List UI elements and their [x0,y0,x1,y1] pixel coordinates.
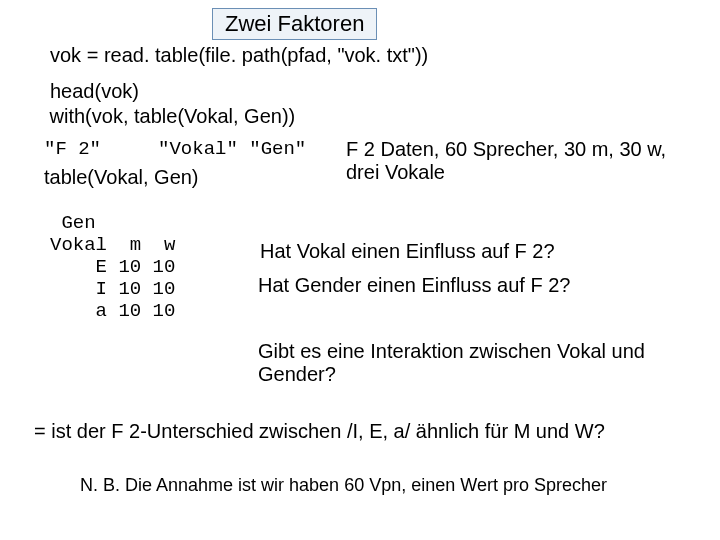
question-3: Gibt es eine Interaktion zwischen Vokal … [258,340,688,386]
table-row-e: E 10 10 [50,256,175,278]
table-row-header2: Vokal m w [50,234,175,256]
code-line-4: table(Vokal, Gen) [44,166,199,189]
code-line-2: head(vok) [50,80,139,103]
table-row-a: a 10 10 [50,300,175,322]
code-line-3: with(vok, table(Vokal, Gen)) [44,105,295,128]
question-1: Hat Vokal einen Einfluss auf F 2? [260,240,555,263]
note: N. B. Die Annahme ist wir haben 60 Vpn, … [80,475,607,496]
slide-title: Zwei Faktoren [212,8,377,40]
data-description: F 2 Daten, 60 Sprecher, 30 m, 30 w, drei… [346,138,686,184]
question-2: Hat Gender einen Einfluss auf F 2? [258,274,570,297]
equals-statement: = ist der F 2-Unterschied zwischen /I, E… [34,420,605,443]
code-line-1: vok = read. table(file. path(pfad, "vok.… [50,44,428,67]
table-row-header1: Gen [50,212,96,234]
output-header: "F 2" "Vokal" "Gen" [44,138,306,160]
table-row-i: I 10 10 [50,278,175,300]
